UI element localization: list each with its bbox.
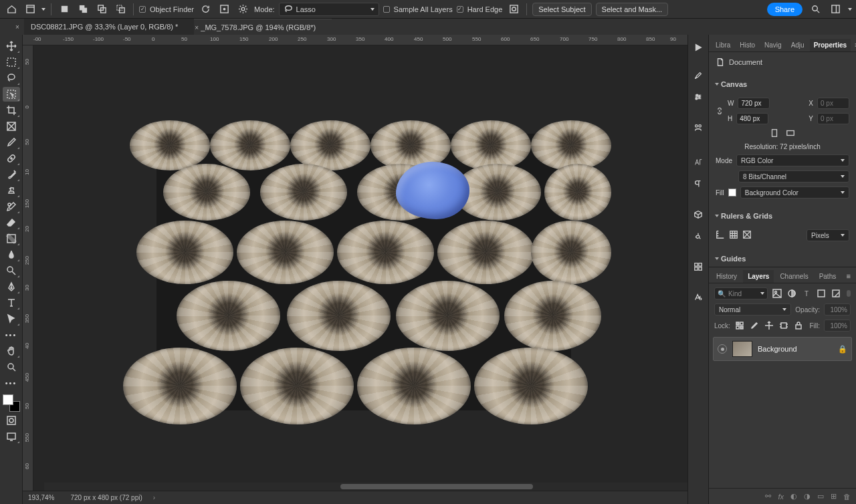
quick-mask-icon[interactable] <box>3 413 20 428</box>
document-tab-0[interactable]: ×DSC08821.JPG @ 33,3% (Layer 0, RGB/8) * <box>24 19 194 35</box>
filter-image-icon[interactable] <box>772 288 782 299</box>
tab-paths[interactable]: Paths <box>815 270 841 283</box>
blend-mode-select[interactable]: Normal <box>714 303 791 316</box>
frame-tool[interactable] <box>3 119 20 134</box>
healing-tool[interactable] <box>3 151 20 166</box>
character-panel-icon[interactable] <box>691 155 706 170</box>
mode-select[interactable]: Lasso <box>279 3 379 16</box>
select-mask-button[interactable]: Select and Mask... <box>596 3 669 16</box>
lock-all-icon[interactable] <box>793 320 804 331</box>
viewport[interactable] <box>33 45 687 491</box>
link-layers-icon[interactable]: ⚯ <box>765 492 771 501</box>
workspace-icon[interactable] <box>828 2 843 17</box>
marquee-tool[interactable] <box>3 55 20 70</box>
chevron-right-icon[interactable]: › <box>153 494 155 501</box>
adjustment-layer-icon[interactable]: ◑ <box>804 492 811 501</box>
layer-item-background[interactable]: Background 🔒 <box>713 337 852 361</box>
chevron-down-icon[interactable] <box>848 8 852 11</box>
close-icon[interactable]: × <box>193 23 201 31</box>
units-select[interactable]: Pixels <box>807 229 849 241</box>
tab-layers[interactable]: Layers <box>743 270 774 283</box>
app-frame-icon[interactable] <box>23 2 37 17</box>
filter-shape-icon[interactable] <box>816 288 827 299</box>
panel-menu-icon[interactable]: ≡ <box>852 38 856 51</box>
delete-icon[interactable]: 🗑 <box>843 493 851 501</box>
zoom-tool[interactable] <box>3 360 20 374</box>
section-guides[interactable]: Guides <box>709 251 856 267</box>
width-field[interactable] <box>738 98 770 109</box>
tab-libraries[interactable]: Libra <box>712 39 734 51</box>
path-selection-tool[interactable] <box>3 311 20 326</box>
orientation-portrait-icon[interactable] <box>770 128 779 139</box>
x-field[interactable] <box>817 98 849 109</box>
screen-mode-icon[interactable] <box>3 429 20 444</box>
mask-icon[interactable]: ◐ <box>790 492 797 501</box>
ruler-horizontal[interactable]: -00 -150 -100 -50 0 50 100 150 200 250 3… <box>23 35 687 45</box>
tab-channels[interactable]: Channels <box>775 270 813 283</box>
new-layer-icon[interactable]: ⊞ <box>831 492 837 501</box>
y-field[interactable] <box>817 113 849 124</box>
lock-icon[interactable]: 🔒 <box>838 345 847 354</box>
tab-adjustments[interactable]: Adju <box>787 39 809 51</box>
panel-menu-icon[interactable]: ≡ <box>844 269 853 283</box>
select-subject-button[interactable]: Select Subject <box>532 3 591 16</box>
document-tab-1[interactable]: ×_MG_7578.JPG @ 194% (RGB/8*) <box>194 19 332 35</box>
group-icon[interactable]: ▭ <box>817 492 824 501</box>
search-icon[interactable] <box>808 2 823 17</box>
brush-panel-icon[interactable] <box>691 68 706 83</box>
subtract-overlap-icon[interactable] <box>113 2 128 17</box>
gear-icon[interactable] <box>235 2 250 17</box>
more-dots[interactable]: ••• <box>3 376 20 390</box>
dodge-tool[interactable] <box>3 263 20 278</box>
layer-name[interactable]: Background <box>758 345 833 353</box>
fx-icon[interactable]: fx <box>778 493 784 501</box>
home-icon[interactable] <box>4 2 19 17</box>
clone-stamp-tool[interactable] <box>3 183 20 198</box>
color-swatches[interactable] <box>3 394 20 412</box>
visibility-icon[interactable] <box>718 344 727 354</box>
eraser-tool[interactable] <box>3 215 20 230</box>
share-button[interactable]: Share <box>767 3 802 16</box>
filter-adjust-icon[interactable] <box>786 288 797 299</box>
brush-tool[interactable] <box>3 167 20 182</box>
3d-panel-icon[interactable] <box>691 207 706 222</box>
play-icon[interactable] <box>691 40 706 55</box>
type-styles-icon[interactable] <box>691 290 706 305</box>
type-tool[interactable] <box>3 295 20 310</box>
filter-smart-icon[interactable] <box>831 288 841 299</box>
lock-position-icon[interactable] <box>764 320 774 331</box>
bit-depth-select[interactable]: 8 Bits/Channel <box>738 170 849 182</box>
ruler-vertical[interactable]: 50 0 50 10 150 20 250 30 350 40 450 50 5… <box>23 45 33 491</box>
overlay-icon[interactable] <box>217 2 231 17</box>
intersect-selection-icon[interactable] <box>94 2 109 17</box>
more-tools[interactable]: ••• <box>3 328 20 342</box>
glyphs-panel-icon[interactable] <box>691 229 706 243</box>
tab-navigator[interactable]: Navig <box>760 39 786 51</box>
paragraph-panel-icon[interactable] <box>691 176 706 191</box>
lasso-tool[interactable] <box>3 71 20 86</box>
history-brush-tool[interactable] <box>3 199 20 214</box>
filter-toggle[interactable] <box>847 290 851 297</box>
pen-tool[interactable] <box>3 279 20 294</box>
filter-type-icon[interactable]: T <box>801 288 812 299</box>
eyedropper-tool[interactable] <box>3 135 20 150</box>
layer-filter-kind[interactable]: 🔍Kind <box>714 287 768 299</box>
link-icon[interactable] <box>716 104 724 118</box>
crop-tool[interactable] <box>3 103 20 118</box>
lock-brush-icon[interactable] <box>749 320 760 331</box>
horizontal-scrollbar[interactable] <box>44 483 687 491</box>
section-rulers[interactable]: Rulers & Grids <box>709 208 856 224</box>
grid-icon[interactable] <box>729 230 738 241</box>
ruler-edge-icon[interactable] <box>716 230 725 241</box>
chevron-down-icon[interactable] <box>41 8 45 11</box>
object-selection-tool[interactable] <box>3 87 20 102</box>
tab-history[interactable]: History <box>712 270 742 283</box>
tab-properties[interactable]: Properties <box>810 39 851 51</box>
fill-swatch[interactable] <box>728 188 736 197</box>
fill-field[interactable] <box>824 320 851 332</box>
zoom-level[interactable]: 193,74% <box>28 494 54 501</box>
orientation-landscape-icon[interactable] <box>786 128 795 139</box>
close-icon[interactable]: × <box>13 23 21 31</box>
lock-artboard-icon[interactable] <box>778 320 789 331</box>
add-selection-icon[interactable] <box>76 2 90 17</box>
